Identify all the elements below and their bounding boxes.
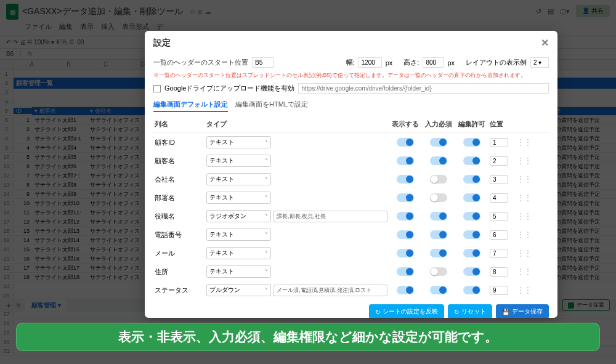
edit-toggle[interactable] bbox=[463, 138, 480, 147]
all-sheets-icon[interactable]: ≡ bbox=[16, 301, 20, 310]
drag-handle-icon[interactable]: ⋮⋮ bbox=[517, 230, 528, 239]
save-button[interactable]: 💾 データ保存 bbox=[496, 304, 549, 318]
drag-handle-icon[interactable]: ⋮⋮ bbox=[517, 267, 528, 276]
column-header[interactable]: B bbox=[51, 60, 87, 69]
position-input[interactable] bbox=[490, 138, 508, 147]
options-input[interactable]: メール済,電話済,見積済,発注済,ロスト bbox=[274, 285, 387, 296]
col-edit: 編集許可 bbox=[456, 119, 487, 129]
cell-reference[interactable]: B6 bbox=[6, 51, 14, 57]
column-header[interactable]: C bbox=[87, 60, 124, 69]
position-input[interactable] bbox=[490, 212, 508, 221]
reset-button[interactable]: ↻ リセット bbox=[448, 304, 492, 318]
show-toggle[interactable] bbox=[397, 230, 414, 239]
type-select[interactable]: テキスト˅ bbox=[206, 173, 271, 185]
tab-html[interactable]: 編集画面をHTMLで設定 bbox=[235, 100, 308, 112]
menu-item[interactable]: 挿入 bbox=[101, 22, 115, 31]
type-select[interactable]: テキスト˅ bbox=[206, 265, 271, 278]
drag-handle-icon[interactable]: ⋮⋮ bbox=[517, 249, 528, 257]
drag-handle-icon[interactable]: ⋮⋮ bbox=[517, 175, 528, 184]
meet-icon[interactable]: ▢▾ bbox=[560, 7, 570, 15]
position-input[interactable] bbox=[490, 175, 508, 184]
height-input[interactable] bbox=[423, 57, 444, 68]
field-row: メール テキスト˅ ⋮⋮ bbox=[153, 244, 549, 262]
position-input[interactable] bbox=[490, 267, 508, 277]
title-icons[interactable]: ☆ ⊕ ☁ bbox=[189, 8, 211, 16]
required-toggle[interactable] bbox=[430, 156, 447, 165]
position-input[interactable] bbox=[490, 249, 508, 258]
options-input[interactable]: 課長,部長,役員,社長 bbox=[274, 211, 387, 222]
edit-toggle[interactable] bbox=[463, 175, 480, 184]
history-icon[interactable]: ↺ bbox=[536, 7, 541, 15]
tab-default[interactable]: 編集画面デフォルト設定 bbox=[153, 100, 228, 112]
field-row: 顧客名 テキスト˅ ⋮⋮ bbox=[153, 152, 549, 170]
type-select[interactable]: テキスト˅ bbox=[206, 192, 271, 204]
menu-item[interactable]: 表示 bbox=[80, 22, 94, 31]
menu-item[interactable]: ファイル bbox=[25, 22, 52, 31]
drag-handle-icon[interactable]: ⋮⋮ bbox=[517, 156, 528, 165]
col-name: 列名 bbox=[155, 119, 204, 129]
required-toggle[interactable] bbox=[430, 267, 447, 276]
edit-toggle[interactable] bbox=[463, 267, 480, 276]
field-name: 電話番号 bbox=[155, 230, 204, 240]
formula-bar[interactable]: fx bbox=[28, 51, 33, 57]
column-header[interactable]: A bbox=[14, 60, 51, 69]
required-toggle[interactable] bbox=[430, 212, 447, 220]
edit-toggle[interactable] bbox=[463, 193, 480, 202]
required-toggle[interactable] bbox=[430, 286, 447, 294]
show-toggle[interactable] bbox=[397, 193, 414, 202]
edit-toggle[interactable] bbox=[463, 230, 480, 239]
drag-handle-icon[interactable]: ⋮⋮ bbox=[517, 286, 528, 294]
position-input[interactable] bbox=[490, 230, 508, 240]
drag-handle-icon[interactable]: ⋮⋮ bbox=[517, 138, 528, 147]
close-icon[interactable]: ✕ bbox=[541, 37, 549, 49]
share-button[interactable]: 👤 共有 bbox=[576, 5, 610, 17]
menu-item[interactable]: 編集 bbox=[59, 22, 73, 31]
required-toggle[interactable] bbox=[430, 175, 447, 184]
col-pos: 位置 bbox=[490, 119, 514, 129]
edit-toggle[interactable] bbox=[463, 249, 480, 257]
menu-item[interactable]: 表示形式 bbox=[122, 22, 149, 31]
field-row: 顧客ID テキスト˅ ⋮⋮ bbox=[153, 133, 549, 152]
folder-url-input[interactable] bbox=[298, 83, 549, 94]
type-select[interactable]: ラジオボタン˅ bbox=[206, 210, 271, 222]
add-sheet-icon[interactable]: + bbox=[6, 301, 11, 310]
reflect-button[interactable]: ↻ シートの設定を反映 bbox=[369, 304, 444, 318]
show-toggle[interactable] bbox=[397, 138, 414, 147]
doc-title[interactable]: <GASXX>データ追加・編集・削除ツール bbox=[22, 6, 183, 17]
show-toggle[interactable] bbox=[397, 249, 414, 257]
type-select[interactable]: プルダウン˅ bbox=[206, 284, 271, 296]
menu-item[interactable]: デ bbox=[156, 22, 163, 31]
header-pos-input[interactable] bbox=[252, 57, 274, 68]
comment-icon[interactable]: ▤ bbox=[548, 7, 554, 15]
edit-toggle[interactable] bbox=[463, 212, 480, 220]
type-select[interactable]: テキスト˅ bbox=[206, 155, 271, 167]
required-toggle[interactable] bbox=[430, 193, 447, 202]
show-toggle[interactable] bbox=[397, 212, 414, 220]
field-row: ステータス プルダウン˅ メール済,電話済,見積済,発注済,ロスト ⋮⋮ bbox=[153, 281, 549, 299]
modal-title: 設定 bbox=[153, 38, 171, 49]
type-select[interactable]: テキスト˅ bbox=[206, 229, 271, 241]
position-input[interactable] bbox=[490, 286, 508, 295]
promo-banner: 表示・非表示、入力必須、編集権限など細かな設定が可能です。 bbox=[16, 323, 600, 351]
width-input[interactable] bbox=[359, 57, 382, 68]
show-toggle[interactable] bbox=[397, 175, 414, 184]
edit-toggle[interactable] bbox=[463, 156, 480, 165]
position-input[interactable] bbox=[490, 156, 508, 166]
required-toggle[interactable] bbox=[430, 249, 447, 257]
required-toggle[interactable] bbox=[430, 138, 447, 147]
upload-checkbox[interactable] bbox=[153, 85, 161, 92]
drag-handle-icon[interactable]: ⋮⋮ bbox=[517, 193, 528, 202]
data-explore-button[interactable]: データ探索 bbox=[562, 299, 610, 311]
show-toggle[interactable] bbox=[397, 156, 414, 165]
show-toggle[interactable] bbox=[397, 267, 414, 276]
settings-modal: 設定 ✕ 一覧のヘッダーのスタート位置 幅: px 高さ: px レイアウトの表… bbox=[145, 31, 557, 318]
drag-handle-icon[interactable]: ⋮⋮ bbox=[517, 212, 528, 220]
type-select[interactable]: テキスト˅ bbox=[206, 136, 271, 148]
show-toggle[interactable] bbox=[397, 286, 414, 294]
position-input[interactable] bbox=[490, 193, 508, 203]
layout-select[interactable]: 2 ▾ bbox=[530, 57, 549, 68]
required-toggle[interactable] bbox=[430, 230, 447, 239]
sheet-tab[interactable]: 顧客管理 ▾ bbox=[25, 299, 67, 312]
edit-toggle[interactable] bbox=[463, 286, 480, 294]
type-select[interactable]: テキスト˅ bbox=[206, 247, 271, 259]
